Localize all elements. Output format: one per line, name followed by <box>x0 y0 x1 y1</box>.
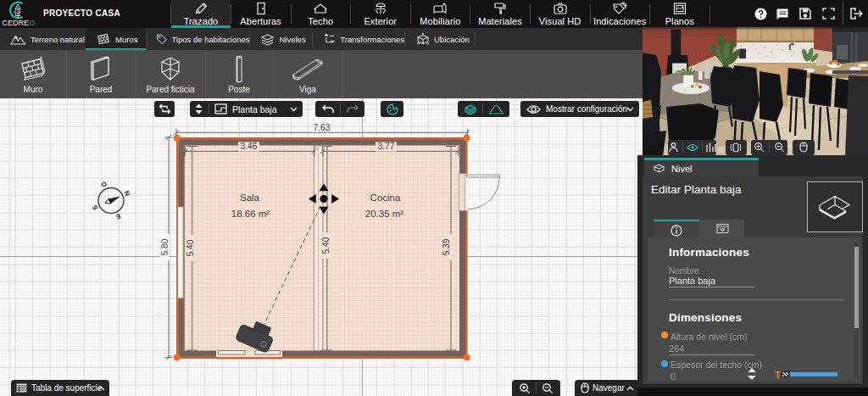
svg-text:3.77: 3.77 <box>378 142 395 151</box>
svg-text:S: S <box>91 204 100 211</box>
svg-text:5.80: 5.80 <box>160 238 170 255</box>
svg-text:5.40: 5.40 <box>186 239 195 256</box>
svg-text:O: O <box>100 180 108 189</box>
svg-text:5.40: 5.40 <box>321 237 331 254</box>
svg-text:E: E <box>114 212 121 221</box>
svg-text:5.39: 5.39 <box>442 238 451 255</box>
svg-text:Sala: Sala <box>240 192 260 203</box>
svg-text:Cocina: Cocina <box>370 192 401 203</box>
svg-text:7.63: 7.63 <box>314 123 331 132</box>
svg-text:18.66 m²: 18.66 m² <box>231 209 270 219</box>
svg-text:N: N <box>122 190 131 198</box>
svg-text:3.46: 3.46 <box>241 142 258 151</box>
svg-text:20.35 m²: 20.35 m² <box>365 209 404 219</box>
